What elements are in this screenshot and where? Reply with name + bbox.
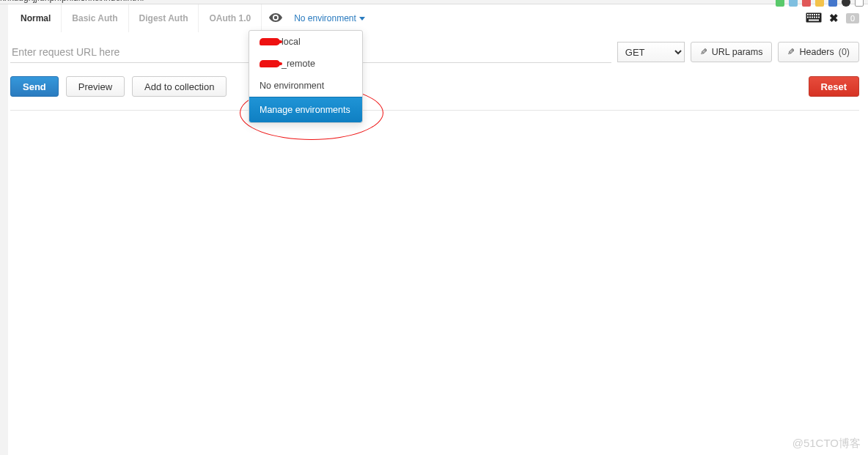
app-container: Normal Basic Auth Digest Auth OAuth 1.0 … — [0, 4, 868, 111]
environment-selector[interactable]: No environment — [290, 13, 365, 23]
action-row: Send Preview Add to collection Reset — [10, 76, 859, 111]
watermark: @51CTO博客 — [792, 437, 861, 451]
tab-oauth-1[interactable]: OAuth 1.0 — [199, 4, 262, 32]
environment-option-label: No environment — [260, 81, 324, 91]
auth-tabs-row: Normal Basic Auth Digest Auth OAuth 1.0 … — [10, 4, 859, 32]
caret-down-icon — [359, 17, 365, 21]
keyboard-icon[interactable] — [806, 12, 822, 25]
notifications-badge[interactable]: 0 — [846, 13, 859, 23]
url-fragment: knkuugnjjfunpnfpnidionkei/index.html — [0, 0, 144, 3]
svg-rect-12 — [818, 16, 820, 18]
svg-rect-1 — [807, 14, 809, 15]
headers-count: (0) — [839, 47, 850, 57]
tab-normal[interactable]: Normal — [10, 4, 62, 32]
tab-basic-auth[interactable]: Basic Auth — [62, 4, 128, 32]
tab-digest-auth[interactable]: Digest Auth — [129, 4, 199, 32]
svg-rect-7 — [807, 16, 809, 18]
preview-button[interactable]: Preview — [66, 76, 125, 97]
http-method-select[interactable]: GET — [617, 42, 685, 62]
environment-option-none[interactable]: No environment — [249, 75, 362, 97]
svg-rect-9 — [812, 16, 813, 18]
top-right-tools: ✖ 0 — [806, 12, 859, 25]
request-url-row: GET URL params Headers (0) — [10, 41, 859, 63]
manage-environments-button[interactable]: Manage environments — [249, 97, 362, 122]
svg-rect-3 — [812, 14, 813, 15]
settings-icon[interactable]: ✖ — [829, 12, 839, 25]
add-to-collection-button[interactable]: Add to collection — [132, 76, 227, 97]
svg-rect-8 — [809, 16, 811, 18]
environment-option[interactable]: _remote — [249, 53, 362, 75]
svg-rect-10 — [814, 16, 815, 18]
svg-rect-2 — [809, 14, 811, 15]
left-gutter — [0, 4, 8, 455]
environment-option-label: _remote — [282, 59, 315, 69]
svg-rect-11 — [816, 16, 817, 18]
headers-label: Headers — [799, 47, 834, 57]
svg-rect-5 — [816, 14, 817, 15]
environment-dropdown: local _remote No environment Manage envi… — [249, 30, 363, 123]
environment-option-label: local — [282, 37, 301, 47]
edit-icon — [700, 47, 707, 57]
edit-icon — [787, 47, 795, 57]
redacted-mark — [260, 38, 280, 45]
reset-button[interactable]: Reset — [809, 76, 859, 97]
url-params-button[interactable]: URL params — [691, 42, 773, 62]
send-button[interactable]: Send — [10, 76, 59, 97]
headers-button[interactable]: Headers (0) — [778, 42, 859, 62]
svg-rect-4 — [814, 14, 815, 15]
svg-rect-13 — [809, 19, 819, 21]
environment-option[interactable]: local — [249, 31, 362, 53]
url-params-label: URL params — [712, 47, 763, 57]
redacted-mark — [260, 60, 280, 67]
eye-icon[interactable] — [262, 13, 290, 24]
environment-current-label: No environment — [294, 13, 356, 23]
svg-rect-6 — [818, 14, 820, 15]
